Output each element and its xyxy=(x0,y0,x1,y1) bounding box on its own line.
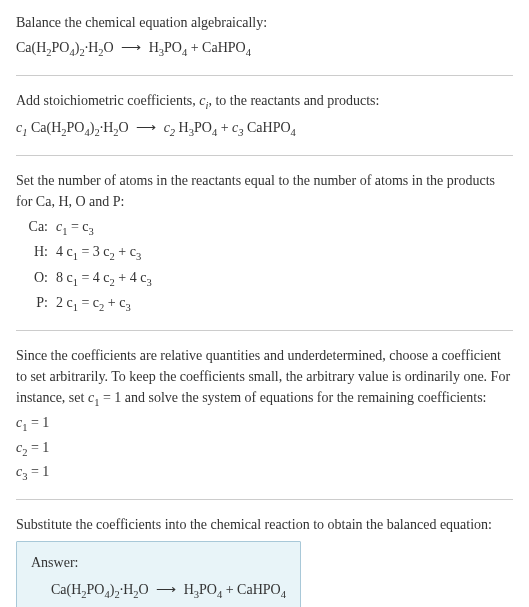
answer-label: Answer: xyxy=(31,552,286,573)
product-1: H3PO4 xyxy=(179,120,218,135)
arrow-icon: ⟶ xyxy=(156,582,176,597)
step4-text: Since the coefficients are relative quan… xyxy=(16,345,513,411)
step-atom-balance: Set the number of atoms in the reactants… xyxy=(16,170,513,316)
atom-eq-o: 8 c1 = 4 c2 + 4 c3 xyxy=(56,267,513,291)
solution-c3: c3 = 1 xyxy=(16,461,513,485)
divider xyxy=(16,499,513,500)
step5-text: Substitute the coefficients into the che… xyxy=(16,514,513,535)
balanced-equation: Ca(H2PO4)2·H2O ⟶ H3PO4 + CaHPO4 xyxy=(31,579,286,603)
divider xyxy=(16,75,513,76)
coef-c2: c2 xyxy=(164,120,175,135)
atom-label-p: P: xyxy=(16,292,48,316)
unbalanced-equation: Ca(H2PO4)2·H2O ⟶ H3PO4 + CaHPO4 xyxy=(16,37,513,61)
product-2: CaHPO4 xyxy=(202,40,251,55)
step-add-coefficients: Add stoichiometric coefficients, ci, to … xyxy=(16,90,513,141)
reactant-1: Ca(H2PO4)2·H2O xyxy=(31,120,129,135)
product-1: H3PO4 xyxy=(184,582,223,597)
atom-balance-table: Ca: c1 = c3 H: 4 c1 = 3 c2 + c3 O: 8 c1 … xyxy=(16,216,513,316)
step3-text: Set the number of atoms in the reactants… xyxy=(16,170,513,212)
divider xyxy=(16,330,513,331)
atom-label-o: O: xyxy=(16,267,48,291)
atom-eq-h: 4 c1 = 3 c2 + c3 xyxy=(56,241,513,265)
reactant-1: Ca(H2PO4)2·H2O xyxy=(16,40,114,55)
step2-text: Add stoichiometric coefficients, ci, to … xyxy=(16,90,513,114)
step-substitute: Substitute the coefficients into the che… xyxy=(16,514,513,607)
arrow-icon: ⟶ xyxy=(121,40,141,55)
product-1: H3PO4 xyxy=(149,40,188,55)
atom-label-h: H: xyxy=(16,241,48,265)
reactant-1: Ca(H2PO4)2·H2O xyxy=(51,582,149,597)
product-2: CaHPO4 xyxy=(237,582,286,597)
step-intro: Balance the chemical equation algebraica… xyxy=(16,12,513,61)
coefficient-solutions: c1 = 1 c2 = 1 c3 = 1 xyxy=(16,412,513,485)
answer-box: Answer: Ca(H2PO4)2·H2O ⟶ H3PO4 + CaHPO4 xyxy=(16,541,301,607)
coef-c1: c1 xyxy=(16,120,27,135)
step-solve: Since the coefficients are relative quan… xyxy=(16,345,513,485)
arrow-icon: ⟶ xyxy=(136,120,156,135)
coef-c3: c3 xyxy=(232,120,243,135)
solution-c1: c1 = 1 xyxy=(16,412,513,436)
atom-label-ca: Ca: xyxy=(16,216,48,240)
divider xyxy=(16,155,513,156)
coefficient-equation: c1 Ca(H2PO4)2·H2O ⟶ c2 H3PO4 + c3 CaHPO4 xyxy=(16,117,513,141)
product-2: CaHPO4 xyxy=(247,120,296,135)
solution-c2: c2 = 1 xyxy=(16,437,513,461)
atom-eq-ca: c1 = c3 xyxy=(56,216,513,240)
intro-text: Balance the chemical equation algebraica… xyxy=(16,12,513,33)
atom-eq-p: 2 c1 = c2 + c3 xyxy=(56,292,513,316)
